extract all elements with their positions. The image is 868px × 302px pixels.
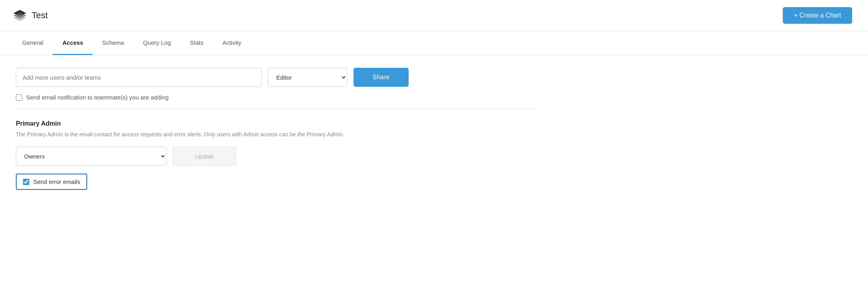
role-select[interactable]: Editor Viewer Admin	[268, 68, 347, 87]
owners-select[interactable]: Owners	[16, 147, 166, 166]
logo-area: Test	[13, 8, 48, 23]
tab-general[interactable]: General	[13, 31, 53, 55]
email-notification-checkbox[interactable]	[16, 94, 22, 101]
email-notification-row: Send email notification to teammate(s) y…	[16, 94, 539, 101]
app-title: Test	[32, 10, 48, 21]
main-content: Editor Viewer Admin Share Send email not…	[0, 55, 555, 203]
share-row: Editor Viewer Admin Share	[16, 68, 539, 87]
tabs-nav: General Access Schema Query Log Stats Ac…	[0, 31, 868, 55]
create-chart-button[interactable]: + Create a Chart	[783, 7, 852, 24]
tab-schema[interactable]: Schema	[93, 31, 134, 55]
users-teams-input[interactable]	[16, 68, 262, 87]
email-notification-label: Send email notification to teammate(s) y…	[26, 94, 168, 101]
header: Test + Create a Chart	[0, 0, 868, 31]
send-error-emails-label: Send error emails	[33, 178, 80, 185]
tab-stats[interactable]: Stats	[180, 31, 213, 55]
section-divider	[16, 109, 539, 109]
tab-query-log[interactable]: Query Log	[134, 31, 180, 55]
tab-access[interactable]: Access	[53, 31, 93, 55]
share-button[interactable]: Share	[354, 68, 409, 87]
send-error-emails-container: Send error emails	[16, 174, 87, 190]
primary-admin-title: Primary Admin	[16, 120, 539, 127]
primary-admin-desc: The Primary Admin is the email contact f…	[16, 130, 539, 139]
update-button[interactable]: Update	[173, 147, 236, 166]
admin-row: Owners Update	[16, 147, 539, 166]
tab-activity[interactable]: Activity	[213, 31, 251, 55]
send-error-emails-checkbox[interactable]	[23, 179, 29, 185]
logo-icon	[13, 8, 27, 23]
